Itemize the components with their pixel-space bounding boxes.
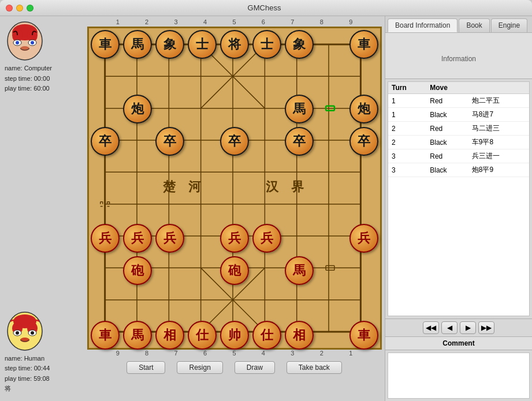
piece-black[interactable]: 馬 [123, 30, 152, 59]
move-color: Red [426, 94, 468, 108]
resign-button[interactable]: Resign [177, 361, 222, 374]
piece-black[interactable]: 卒 [285, 127, 314, 156]
move-notation: 炮二平五 [468, 94, 529, 108]
move-turn: 2 [388, 136, 426, 149]
svg-point-15 [16, 331, 19, 335]
bottom-col-labels: 9 8 7 6 5 4 3 2 1 [87, 350, 382, 357]
move-notation: 车9平8 [468, 136, 529, 149]
moves-table-container[interactable]: Turn Move 1Red炮二平五1Black马8进72Red马二进三2Bla… [388, 81, 530, 316]
move-color: Black [426, 108, 468, 122]
svg-point-7 [31, 41, 34, 44]
comment-section: Comment [385, 336, 532, 401]
piece-red[interactable]: 兵 [155, 224, 184, 253]
comment-header: Comment [385, 337, 532, 350]
move-turn: 1 [388, 94, 426, 108]
move-color: Black [426, 163, 468, 177]
nav-last-button[interactable]: ▶▶ [478, 321, 494, 334]
top-col-labels: 1 2 3 4 5 6 7 8 9 [87, 18, 382, 25]
piece-black[interactable]: 卒 [155, 127, 184, 156]
piece-black[interactable]: 卒 [349, 127, 378, 156]
piece-black[interactable]: 馬 [285, 95, 314, 123]
move-color: Red [426, 122, 468, 136]
table-row[interactable]: 2Black车9平8 [388, 136, 529, 149]
chess-board[interactable]: 楚 河 汉 界 [87, 27, 382, 350]
piece-red[interactable]: 兵 [349, 224, 378, 253]
left-panel: name: Computer step time: 00:00 play tim… [0, 16, 84, 401]
nav-first-button[interactable]: ◀◀ [423, 321, 439, 334]
piece-red[interactable]: 車 [349, 321, 378, 350]
draw-button[interactable]: Draw [235, 361, 275, 374]
moves-table: Turn Move 1Red炮二平五1Black马8进72Red马二进三2Bla… [388, 82, 529, 177]
table-row[interactable]: 3Red兵三进一 [388, 149, 529, 163]
info-label: Information [390, 55, 527, 63]
piece-red[interactable]: 兵 [91, 224, 120, 253]
table-row[interactable]: 2Red马二进三 [388, 122, 529, 136]
piece-red[interactable]: 相 [155, 321, 184, 350]
top-player-name: name: Computer [5, 63, 52, 74]
piece-black[interactable]: 車 [349, 30, 378, 59]
top-player-step: step time: 00:00 [5, 74, 52, 84]
piece-black[interactable]: 卒 [220, 127, 249, 156]
window-title: GMChess [2, 3, 526, 12]
piece-red[interactable]: 仕 [252, 321, 281, 350]
bottom-player-info: name: Human step time: 00:44 play time: … [5, 354, 50, 394]
bottom-player-step: step time: 00:44 [5, 363, 50, 374]
piece-red[interactable]: 馬 [123, 321, 152, 350]
nav-buttons: ◀◀ ◀ ▶ ▶▶ [385, 318, 532, 336]
piece-red[interactable]: 砲 [123, 256, 152, 285]
info-section: Information [385, 33, 532, 79]
piece-red[interactable]: 砲 [220, 256, 249, 285]
move-color: Black [426, 136, 468, 149]
board-area: 1 2 3 4 5 6 7 8 9 [84, 16, 385, 401]
piece-red[interactable]: 帅 [220, 321, 249, 350]
comment-area[interactable] [388, 353, 530, 399]
move-notation: 马二进三 [468, 122, 529, 136]
takeback-button[interactable]: Take back [287, 361, 342, 374]
nav-next-button[interactable]: ▶ [460, 321, 476, 334]
tab-bar: Board Information Book Engine [385, 16, 532, 33]
start-button[interactable]: Start [127, 361, 165, 374]
avatar-top [5, 21, 45, 61]
table-row[interactable]: 1Red炮二平五 [388, 94, 529, 108]
main-content: name: Computer step time: 00:00 play tim… [0, 16, 532, 401]
bottom-player-play: play time: 59:08 [5, 374, 50, 384]
piece-black[interactable]: 象 [285, 30, 314, 59]
main-window: GMChess name: Computer step t [0, 0, 532, 401]
titlebar: GMChess [0, 0, 532, 16]
table-row[interactable]: 3Black炮8平9 [388, 163, 529, 177]
piece-black[interactable]: 将 [220, 30, 249, 59]
piece-red[interactable]: 馬 [285, 256, 314, 285]
right-panel: Board Information Book Engine Informatio… [385, 16, 532, 401]
piece-red[interactable]: 車 [91, 321, 120, 350]
piece-red[interactable]: 兵 [123, 224, 152, 253]
piece-black[interactable]: 士 [188, 30, 217, 59]
svg-point-16 [31, 331, 34, 335]
move-turn: 1 [388, 108, 426, 122]
action-buttons: Start Resign Draw Take back [127, 361, 342, 374]
tab-board-information[interactable]: Board Information [388, 18, 457, 32]
move-notation: 炮8平9 [468, 163, 529, 177]
tab-engine[interactable]: Engine [491, 18, 527, 32]
move-turn: 3 [388, 163, 426, 177]
table-row[interactable]: 1Black马8进7 [388, 108, 529, 122]
piece-black[interactable]: 象 [155, 30, 184, 59]
col-move-header: Move [426, 82, 529, 94]
piece-red[interactable]: 仕 [188, 321, 217, 350]
avatar-bottom [5, 311, 45, 351]
bottom-player-name: name: Human [5, 354, 50, 364]
piece-black[interactable]: 士 [252, 30, 281, 59]
piece-red[interactable]: 相 [285, 321, 314, 350]
piece-black[interactable]: 車 [91, 30, 120, 59]
move-turn: 2 [388, 122, 426, 136]
piece-black[interactable]: 卒 [91, 127, 120, 156]
piece-red[interactable]: 兵 [252, 224, 281, 253]
nav-prev-button[interactable]: ◀ [441, 321, 457, 334]
tab-book[interactable]: Book [459, 18, 489, 32]
svg-point-6 [16, 41, 19, 44]
move-turn: 3 [388, 149, 426, 163]
piece-black[interactable]: 炮 [123, 95, 152, 123]
move-color: Red [426, 149, 468, 163]
move-notation: 马8进7 [468, 108, 529, 122]
piece-black[interactable]: 炮 [349, 95, 378, 123]
piece-red[interactable]: 兵 [220, 224, 249, 253]
